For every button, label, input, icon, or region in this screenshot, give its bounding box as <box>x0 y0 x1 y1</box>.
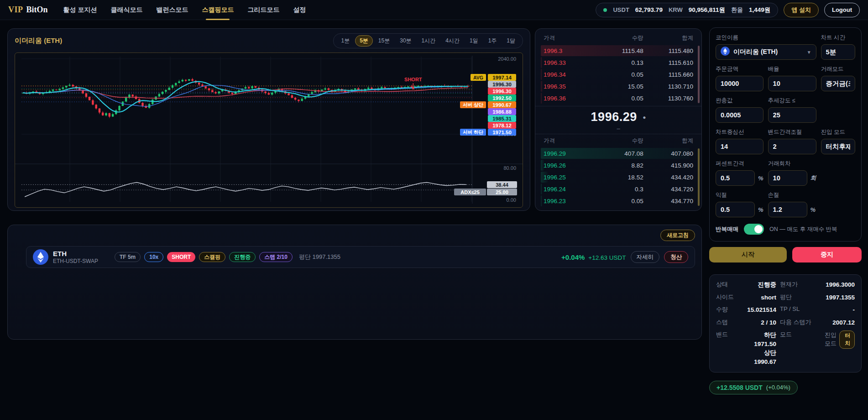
detail-button[interactable]: 자세히 <box>631 251 660 263</box>
repeat-trade-row: 반복매매 ON — 매도 후 재매수 반복 <box>716 224 855 235</box>
svg-text:SHORT: SHORT <box>404 77 422 82</box>
position-badge: 10x <box>144 252 163 262</box>
orderbook-header-2: 가격 수량 합계 <box>535 135 701 147</box>
stop-button[interactable]: 중지 <box>792 247 862 262</box>
krw-balance: 90,956,811원 <box>689 6 725 14</box>
percent-gap-label: 퍼센트간격 <box>716 160 763 168</box>
col-price: 가격 <box>544 137 593 145</box>
tp-unit: % <box>758 206 763 213</box>
col-price: 가격 <box>544 34 593 42</box>
coin-select[interactable]: 이더리움 (ETH) ▼ <box>716 44 816 60</box>
repeat-trade-status: ON — 매도 후 재매수 반복 <box>769 226 837 233</box>
orderbook-row[interactable]: 1996.360.051130.760 <box>541 92 696 104</box>
run-buttons: 시작 중지 <box>709 247 862 262</box>
price-label: AVG1997.14 <box>471 74 516 81</box>
buffer-input[interactable] <box>716 107 763 123</box>
leverage-input[interactable] <box>768 76 816 91</box>
touch-mode-pill: 터치 <box>839 331 855 348</box>
nav-item[interactable]: 스캘핑모드 <box>202 0 234 20</box>
timeframe-button[interactable]: 15분 <box>374 35 394 47</box>
stop-loss-input[interactable] <box>768 202 807 217</box>
timeframe-group: 1분5분15분30분1시간4시간1일1주1달 <box>333 33 523 48</box>
profit-amount: +12.5508 USDT <box>716 384 763 391</box>
orderbook-row[interactable]: 1996.29407.08407.080 <box>541 147 696 159</box>
usdt-label: USDT <box>613 6 629 13</box>
timeframe-button[interactable]: 1달 <box>502 35 520 47</box>
orderbook-row[interactable]: 1996.240.3434.720 <box>541 183 696 195</box>
chart-time-input[interactable] <box>821 44 855 60</box>
timeframe-button[interactable]: 1주 <box>484 35 502 47</box>
last-price: 1996.29 <box>591 110 637 124</box>
logout-button[interactable]: Logout <box>824 3 860 17</box>
rounds-input[interactable] <box>768 170 807 186</box>
svg-text:ADX≤25: ADX≤25 <box>460 189 480 195</box>
price-label: 1996.30 <box>488 88 516 94</box>
chart-canvas[interactable]: SHORT2040.001920.0080.000.0038.4425.00AD… <box>15 53 523 206</box>
refresh-button[interactable]: 새로고침 <box>660 230 695 241</box>
position-row[interactable]: ETH ETH-USDT-SWAP TF 5m10xSHORT스캘핑진행중스텝 … <box>26 246 695 268</box>
chart-center-input[interactable] <box>716 139 763 154</box>
spread-dash: – <box>535 125 701 132</box>
nav-item[interactable]: 그리드모드 <box>247 0 279 20</box>
trend-strength-input[interactable] <box>768 107 816 123</box>
price-label: 1986.88 <box>488 108 516 115</box>
timeframe-button[interactable]: 1시간 <box>417 35 440 47</box>
position-badges: TF 5m10xSHORT스캘핑진행중스텝 2/10 <box>115 252 293 262</box>
bids-scrollbar[interactable] <box>698 148 700 206</box>
position-badge: 스텝 2/10 <box>259 252 293 262</box>
asks-list: 1996.31115.481115.4801996.330.131115.610… <box>535 44 701 105</box>
timeframe-button[interactable]: 1분 <box>336 35 354 47</box>
nav-item[interactable]: 밸런스모드 <box>156 0 188 20</box>
col-total: 합계 <box>643 34 693 42</box>
app-install-button[interactable]: 앱 설치 <box>784 3 819 17</box>
eth-icon <box>721 47 730 58</box>
repeat-trade-toggle[interactable] <box>744 224 764 235</box>
profit-badge: +12.5508 USDT (+0.04%) <box>709 381 798 394</box>
percent-unit: % <box>758 175 763 182</box>
price-label: 서버 하단1971.50 <box>460 129 516 136</box>
wallet-summary: USDT 62,793.79 KRW 90,956,811원 환율 1,449원 <box>596 3 778 17</box>
percent-gap-input[interactable] <box>716 170 755 186</box>
usdt-balance: 62,793.79 <box>635 6 663 13</box>
logo-vip: VIP <box>8 5 23 15</box>
svg-text:2040.00: 2040.00 <box>498 56 516 62</box>
orderbook-row[interactable]: 1996.3515.051130.710 <box>541 80 696 92</box>
main-nav: 활성 포지션클래식모드밸런스모드스캘핑모드그리드모드설정 <box>63 0 306 20</box>
sl-unit: % <box>810 206 816 213</box>
orderbook-row[interactable]: 1996.340.051115.660 <box>541 68 696 80</box>
take-profit-input[interactable] <box>716 202 755 217</box>
nav-item[interactable]: 활성 포지션 <box>63 0 97 20</box>
bids-list: 1996.29407.08407.0801996.268.82415.90019… <box>535 147 701 208</box>
trade-mode-input[interactable] <box>821 76 855 91</box>
price-label: 1978.12 <box>488 122 516 129</box>
position-badge: 진행중 <box>229 252 256 262</box>
orderbook-row[interactable]: 1996.268.82415.900 <box>541 159 696 171</box>
orderbook-row[interactable]: 1996.2518.52434.420 <box>541 171 696 183</box>
order-amount-input[interactable] <box>716 76 763 91</box>
entry-mode-input[interactable] <box>821 139 855 154</box>
chart-center-label: 차트중심선 <box>716 128 763 136</box>
timeframe-button[interactable]: 4시간 <box>441 35 464 47</box>
last-price-block: 1996.29 ● – <box>535 106 701 134</box>
liquidate-button[interactable]: 청산 <box>664 251 688 263</box>
timeframe-button[interactable]: 1일 <box>465 35 483 47</box>
timeframe-button[interactable]: 5분 <box>355 35 373 47</box>
nav-item[interactable]: 설정 <box>293 0 306 20</box>
chart-panel: 이더리움 (ETH) 1분5분15분30분1시간4시간1일1주1달 SHORT2… <box>7 28 530 211</box>
app-logo[interactable]: VIP BitOn <box>8 5 48 15</box>
nav-item[interactable]: 클래식모드 <box>110 0 142 20</box>
asks-scrollbar[interactable] <box>698 46 700 103</box>
orderbook-row[interactable]: 1996.330.131115.610 <box>541 57 696 68</box>
timeframe-button[interactable]: 30분 <box>395 35 416 47</box>
position-pair: ETH-USDT-SWAP <box>53 258 98 264</box>
pnl-percent: +0.04% <box>561 253 585 261</box>
candlestick-chart[interactable]: SHORT2040.001920.0080.000.0038.4425.00AD… <box>15 52 523 208</box>
status-dot-icon <box>603 8 607 12</box>
stop-loss-label: 손절 <box>768 191 816 199</box>
band-gap-input[interactable] <box>768 139 816 154</box>
orderbook-row[interactable]: 1996.230.05434.770 <box>541 195 696 207</box>
chevron-down-icon: ▼ <box>807 50 811 55</box>
start-button[interactable]: 시작 <box>709 247 787 262</box>
trade-mode-label: 거래모드 <box>821 65 855 73</box>
orderbook-row[interactable]: 1996.31115.481115.480 <box>541 45 696 57</box>
